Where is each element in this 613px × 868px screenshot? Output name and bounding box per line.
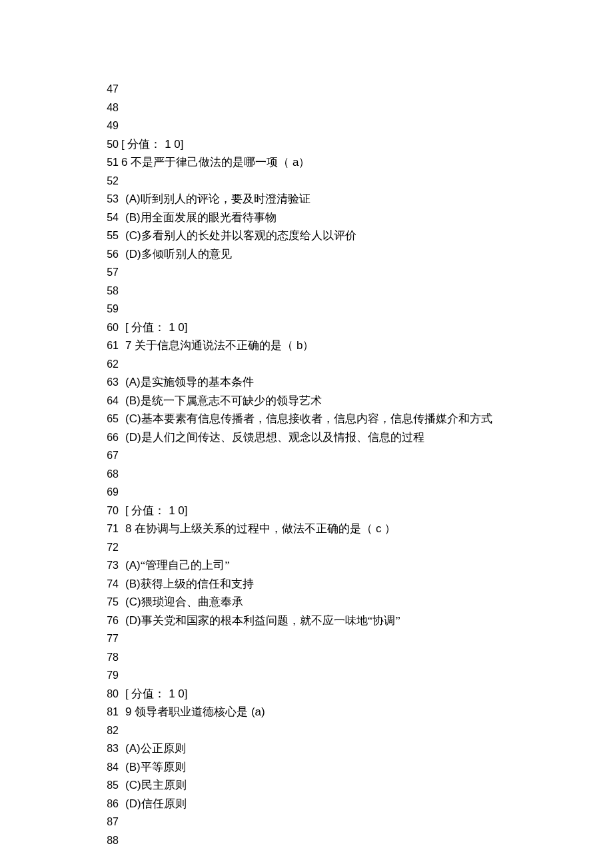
line-number: 55	[100, 226, 119, 245]
document-body: 47484950[ 分值： 1 0]516 不是严于律己做法的是哪一项（ a）5…	[0, 0, 613, 868]
line: 77	[100, 630, 513, 648]
line: 56(D)多倾听别人的意见	[100, 245, 513, 264]
line-text: (C)猥琐迎合、曲意奉承	[125, 593, 513, 612]
line-number: 79	[100, 666, 119, 685]
line-number: 48	[100, 99, 119, 117]
line: 57	[100, 263, 513, 282]
line: 62	[100, 355, 513, 374]
line-number: 59	[100, 300, 119, 318]
line: 85(C)民主原则	[100, 776, 513, 795]
line-text: (B)是统一下属意志不可缺少的领导艺术	[125, 392, 513, 410]
line: 67	[100, 446, 513, 465]
line: 63(A)是实施领导的基本条件	[100, 373, 513, 392]
line-number: 61	[100, 336, 119, 355]
line-number: 49	[100, 117, 119, 135]
line: 718 在协调与上级关系的过程中，做法不正确的是（ c ）	[100, 520, 513, 538]
line: 59	[100, 300, 513, 318]
line: 87	[100, 813, 513, 831]
line: 72	[100, 538, 513, 557]
line-number: 71	[100, 520, 119, 538]
line: 73(A)“管理自己的上司”	[100, 556, 513, 575]
line: 83(A)公正原则	[100, 739, 513, 758]
line-text: (A)“管理自己的上司”	[125, 556, 513, 575]
line-number: 81	[100, 703, 119, 721]
line: 617 关于信息沟通说法不正确的是（ b）	[100, 336, 513, 355]
line: 48	[100, 99, 513, 117]
line-number: 85	[100, 776, 119, 795]
line-text: [ 分值： 1 0]	[125, 502, 513, 520]
line-number: 80	[100, 685, 119, 703]
line-text: (B)平等原则	[125, 758, 513, 777]
line: 52	[100, 172, 513, 191]
line-text: (C)多看别人的长处并以客观的态度给人以评价	[125, 226, 513, 245]
line: 54(B)用全面发展的眼光看待事物	[100, 209, 513, 227]
line: 70[ 分值： 1 0]	[100, 502, 513, 520]
line-number: 62	[100, 355, 119, 374]
line-number: 75	[100, 593, 119, 612]
line-number: 82	[100, 721, 119, 740]
line-number: 78	[100, 648, 119, 667]
line-text: (A)是实施领导的基本条件	[125, 373, 513, 392]
line-text: (D)是人们之间传达、反馈思想、观念以及情报、信息的过程	[125, 428, 513, 447]
line-text: (B)用全面发展的眼光看待事物	[125, 209, 513, 227]
line-number: 53	[100, 190, 119, 209]
line-number: 87	[100, 813, 119, 831]
line: 55(C)多看别人的长处并以客观的态度给人以评价	[100, 226, 513, 245]
line-number: 68	[100, 465, 119, 484]
line-text: (D)信任原则	[125, 795, 513, 813]
line: 78	[100, 648, 513, 667]
line: 74(B)获得上级的信任和支持	[100, 575, 513, 594]
line: 68	[100, 465, 513, 484]
line-text: [ 分值： 1 0]	[121, 135, 513, 154]
line: 76(D)事关党和国家的根本利益问题，就不应一味地“协调”	[100, 612, 513, 630]
line-number: 76	[100, 612, 119, 630]
line-number: 83	[100, 739, 119, 758]
line: 65(C)基本要素有信息传播者，信息接收者，信息内容，信息传播媒介和方式	[100, 410, 513, 428]
line: 84(B)平等原则	[100, 758, 513, 777]
line-number: 51	[100, 153, 119, 172]
line: 69	[100, 483, 513, 502]
line: 80[ 分值： 1 0]	[100, 685, 513, 703]
line-text: 6 不是严于律己做法的是哪一项（ a）	[121, 153, 513, 172]
line: 49	[100, 117, 513, 135]
line: 88	[100, 831, 513, 850]
line: 516 不是严于律己做法的是哪一项（ a）	[100, 153, 513, 172]
line-text: (D)事关党和国家的根本利益问题，就不应一味地“协调”	[125, 612, 513, 630]
line-number: 63	[100, 373, 119, 392]
line-number: 58	[100, 282, 119, 300]
line-text: 9 领导者职业道德核心是 (a)	[125, 703, 513, 721]
line-text: [ 分值： 1 0]	[125, 685, 513, 703]
line-number: 60	[100, 318, 119, 337]
line: 75(C)猥琐迎合、曲意奉承	[100, 593, 513, 612]
line-number: 84	[100, 758, 119, 777]
line: 47	[100, 80, 513, 99]
line-number: 73	[100, 556, 119, 575]
line-number: 72	[100, 538, 119, 557]
line-text: (C)民主原则	[125, 776, 513, 795]
line-text: 7 关于信息沟通说法不正确的是（ b）	[125, 336, 513, 355]
line: 79	[100, 666, 513, 685]
line: 53(A)听到别人的评论，要及时澄清验证	[100, 190, 513, 209]
line-number: 86	[100, 795, 119, 813]
line-number: 77	[100, 630, 119, 648]
line-text: 8 在协调与上级关系的过程中，做法不正确的是（ c ）	[125, 520, 513, 538]
line-number: 65	[100, 410, 119, 428]
line-number: 69	[100, 483, 119, 502]
line-number: 64	[100, 392, 119, 410]
line-number: 52	[100, 172, 119, 191]
line-number: 54	[100, 209, 119, 227]
line-number: 57	[100, 263, 119, 282]
line-number: 66	[100, 428, 119, 447]
line: 64(B)是统一下属意志不可缺少的领导艺术	[100, 392, 513, 410]
line: 60[ 分值： 1 0]	[100, 318, 513, 337]
line: 50[ 分值： 1 0]	[100, 135, 513, 154]
line: 82	[100, 721, 513, 740]
line-text: (B)获得上级的信任和支持	[125, 575, 513, 594]
line: 66(D)是人们之间传达、反馈思想、观念以及情报、信息的过程	[100, 428, 513, 447]
line-number: 50	[100, 135, 119, 154]
line: 58	[100, 282, 513, 300]
line: 86(D)信任原则	[100, 795, 513, 813]
line-number: 70	[100, 502, 119, 520]
line-text: (A)听到别人的评论，要及时澄清验证	[125, 190, 513, 209]
line-text: [ 分值： 1 0]	[125, 318, 513, 337]
